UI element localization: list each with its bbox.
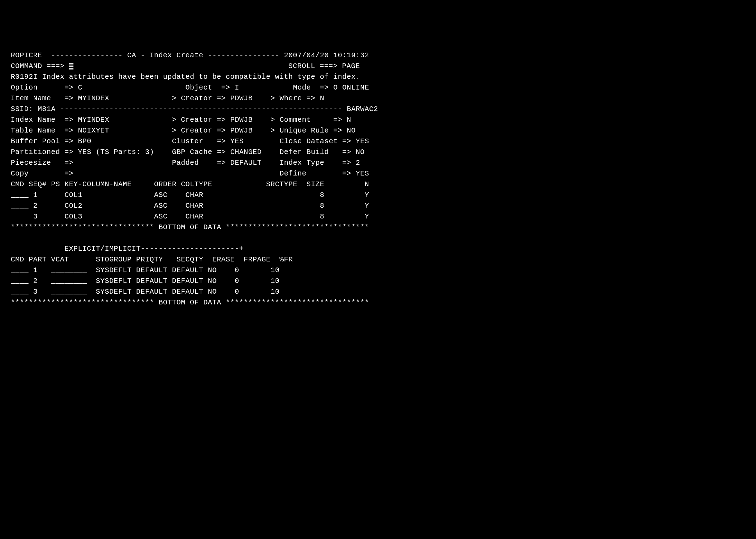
user-id: BARWAC2 bbox=[347, 105, 378, 113]
index-creator-value[interactable]: PDWJB bbox=[230, 116, 271, 124]
cmd-field[interactable]: ____ bbox=[11, 212, 29, 221]
comment-value[interactable]: N bbox=[347, 116, 351, 124]
define-label: Define bbox=[279, 169, 342, 178]
close-dataset-value[interactable]: YES bbox=[356, 137, 369, 145]
object-value[interactable]: I bbox=[235, 83, 293, 92]
cmd-field[interactable]: ____ bbox=[11, 202, 29, 210]
vcat-field[interactable]: ________ bbox=[51, 288, 96, 296]
unique-rule-label: > Unique Rule bbox=[271, 126, 333, 135]
item-where-label: > Where => bbox=[271, 94, 320, 102]
index-name-label: Index Name bbox=[11, 116, 64, 124]
scroll-label: SCROLL ===> bbox=[288, 62, 342, 70]
ssid-value: M81A bbox=[38, 105, 60, 113]
close-dataset-label: Close Dataset bbox=[279, 137, 342, 145]
panel-header: ROPICRE ---------------- CA - Index Crea… bbox=[11, 50, 745, 61]
table-name-value[interactable]: NOIXYET bbox=[78, 126, 172, 135]
index-creator-label: > Creator => bbox=[172, 116, 230, 124]
copy-label: Copy bbox=[11, 169, 64, 178]
mode-value[interactable]: O ONLINE bbox=[333, 83, 369, 92]
cmd-field[interactable]: ____ bbox=[11, 288, 29, 296]
table-creator-value[interactable]: PDWJB bbox=[230, 126, 271, 135]
cmd-field[interactable]: ____ bbox=[11, 191, 29, 199]
partitioned-value[interactable]: YES (TS Parts: 3) bbox=[78, 148, 172, 156]
columns-header: CMD SEQ# PS KEY-COLUMN-NAME ORDER COLTYP… bbox=[11, 179, 745, 190]
bottom-marker: ******************************** BOTTOM … bbox=[11, 297, 745, 308]
item-where-value[interactable]: N bbox=[320, 94, 325, 102]
scroll-value[interactable]: PAGE bbox=[342, 62, 360, 70]
buffer-pool-value[interactable]: BP0 bbox=[78, 137, 172, 145]
column-row[interactable]: ____ 3 COL3 ASC CHAR 8 Y bbox=[11, 211, 745, 222]
table-name-label: Table Name bbox=[11, 126, 64, 135]
gbp-cache-label: GBP Cache bbox=[172, 148, 217, 156]
ssid-label: SSID: bbox=[11, 105, 38, 113]
column-row[interactable]: ____ 2 COL2 ASC CHAR 8 Y bbox=[11, 201, 745, 211]
partitioned-label: Partitioned bbox=[11, 148, 64, 156]
index-type-label: Index Type bbox=[279, 159, 342, 167]
item-name-label: Item Name bbox=[11, 94, 64, 102]
piecesize-value[interactable] bbox=[78, 159, 172, 167]
explicit-implicit-header: EXPLICIT/IMPLICIT----------------------+ bbox=[11, 244, 745, 254]
cursor-icon bbox=[69, 63, 73, 70]
part-row[interactable]: ____ 3 ________ SYSDEFLT DEFAULT DEFAULT… bbox=[11, 287, 745, 297]
index-name-value[interactable]: MYINDEX bbox=[78, 116, 172, 124]
defer-build-label: Defer Build bbox=[279, 148, 342, 156]
item-creator-value[interactable]: PDWJB bbox=[230, 94, 271, 102]
piecesize-label: Piecesize bbox=[11, 159, 64, 167]
parts-header: CMD PART VCAT STOGROUP PRIQTY SECQTY ERA… bbox=[11, 254, 745, 265]
column-row[interactable]: ____ 1 COL1 ASC CHAR 8 Y bbox=[11, 190, 745, 201]
object-label: Object bbox=[186, 83, 221, 92]
cmd-field[interactable]: ____ bbox=[11, 277, 29, 285]
command-input[interactable] bbox=[69, 62, 73, 70]
part-row[interactable]: ____ 2 ________ SYSDEFLT DEFAULT DEFAULT… bbox=[11, 276, 745, 287]
define-value[interactable]: YES bbox=[356, 169, 369, 178]
vcat-field[interactable]: ________ bbox=[51, 266, 96, 274]
gbp-cache-value[interactable]: CHANGED bbox=[230, 148, 280, 156]
index-type-value[interactable]: 2 bbox=[356, 159, 360, 167]
part-row[interactable]: ____ 1 ________ SYSDEFLT DEFAULT DEFAULT… bbox=[11, 265, 745, 276]
cluster-value[interactable]: YES bbox=[230, 137, 280, 145]
comment-label: > Comment bbox=[271, 116, 333, 124]
table-creator-label: > Creator => bbox=[172, 126, 230, 135]
defer-build-value[interactable]: NO bbox=[356, 148, 365, 156]
option-value[interactable]: C bbox=[78, 83, 186, 92]
bottom-marker: ******************************** BOTTOM … bbox=[11, 222, 745, 233]
vcat-field[interactable]: ________ bbox=[51, 277, 96, 285]
mode-label: Mode bbox=[293, 83, 320, 92]
item-creator-label: > Creator => bbox=[172, 94, 230, 102]
option-label: Option bbox=[11, 83, 64, 92]
command-label: COMMAND ===> bbox=[11, 62, 69, 70]
message: R0192I Index attributes have been update… bbox=[11, 72, 745, 82]
item-name-value[interactable]: MYINDEX bbox=[78, 94, 172, 102]
buffer-pool-label: Buffer Pool bbox=[11, 137, 64, 145]
padded-value[interactable]: DEFAULT bbox=[230, 159, 280, 167]
cluster-label: Cluster bbox=[172, 137, 217, 145]
copy-value[interactable] bbox=[78, 169, 280, 178]
cmd-field[interactable]: ____ bbox=[11, 266, 29, 274]
unique-rule-value[interactable]: NO bbox=[347, 126, 356, 135]
padded-label: Padded bbox=[172, 159, 217, 167]
